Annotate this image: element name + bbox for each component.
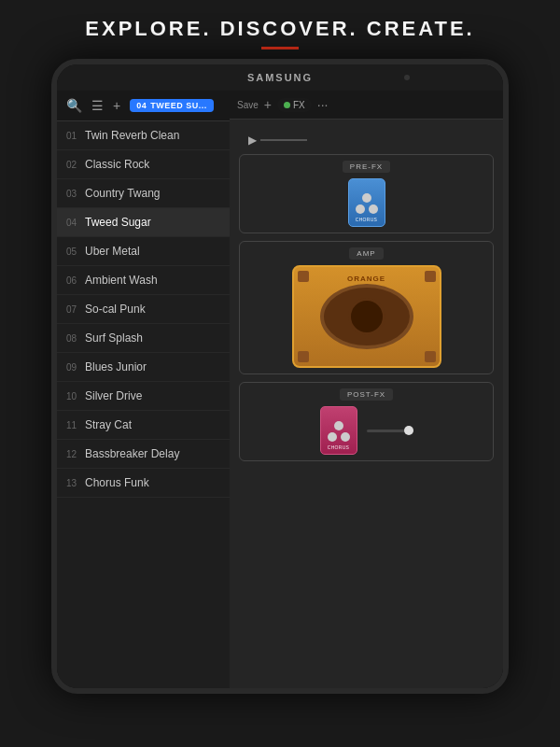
amp-label: AMP	[349, 247, 383, 260]
preset-name: Country Twang	[85, 187, 161, 200]
preset-item-08[interactable]: 08 Surf Splash	[57, 324, 230, 353]
preset-item-10[interactable]: 10 Silver Drive	[57, 382, 230, 411]
pedal-label: CHORUS	[356, 217, 377, 222]
slider-track	[367, 430, 413, 432]
preset-num: 13	[66, 478, 85, 488]
preset-item-06[interactable]: 06 Ambient Wash	[57, 266, 230, 295]
preset-name: Blues Junior	[85, 360, 147, 374]
preset-name: Bassbreaker Delay	[85, 447, 179, 460]
fx-dot	[284, 102, 290, 108]
amp-corner-br	[425, 351, 436, 362]
preset-num: 05	[66, 247, 85, 257]
preset-name: Classic Rock	[85, 158, 149, 171]
add-icon[interactable]: +	[113, 98, 120, 113]
active-preset-tab[interactable]: 04 TWEED SU...	[130, 99, 214, 112]
preset-list: 01 Twin Reverb Clean 02 Classic Rock 03 …	[57, 121, 230, 688]
post-pedal-knobs	[327, 431, 351, 443]
pre-fx-section: PRE-FX CHORUS	[239, 154, 494, 233]
pre-fx-pedal[interactable]: CHORUS	[348, 178, 385, 227]
post-area: CHORUS	[320, 406, 413, 455]
post-fx-pedal[interactable]: CHORUS	[320, 406, 357, 455]
camera-dot	[404, 75, 410, 80]
add-button[interactable]: +	[264, 97, 272, 112]
preset-item-03[interactable]: 03 Country Twang	[57, 179, 230, 208]
preset-name: Chorus Funk	[85, 476, 149, 489]
search-icon[interactable]: 🔍	[66, 98, 82, 113]
amp-section: AMP ORANGE	[239, 241, 494, 374]
input-arrow: ▶	[248, 134, 257, 147]
tablet-top-bar: SAMSUNG	[57, 64, 503, 91]
preset-item-12[interactable]: 12 Bassbreaker Delay	[57, 440, 230, 469]
main-toolbar: Save + FX ···	[230, 91, 503, 120]
slider-thumb	[404, 426, 413, 435]
main-panel: Save + FX ··· ▶ PRE-FX	[230, 91, 503, 688]
amp-brand: ORANGE	[294, 275, 440, 283]
preset-num: 09	[66, 362, 85, 373]
preset-item-11[interactable]: 11 Stray Cat	[57, 411, 230, 440]
preset-num: 04	[66, 218, 85, 228]
tablet-wrapper: SAMSUNG 🔍 ☰ + 04 TWEED SU... 01 Twin Rev…	[51, 59, 509, 694]
pedal-knobs-row	[355, 204, 379, 215]
pedal-knob-2	[369, 204, 378, 214]
pre-fx-label: PRE-FX	[343, 161, 390, 173]
amp-speaker	[320, 284, 413, 349]
amp-corner-tl	[298, 271, 309, 282]
preset-num: 08	[66, 333, 85, 344]
save-button[interactable]: Save	[237, 100, 259, 110]
preset-num: 10	[66, 391, 85, 402]
post-knob-1	[328, 432, 337, 442]
preset-name: Uber Metal	[85, 245, 140, 258]
post-fx-section: POST-FX CHORUS	[239, 382, 494, 461]
more-button[interactable]: ···	[317, 97, 329, 112]
sidebar: 🔍 ☰ + 04 TWEED SU... 01 Twin Reverb Clea…	[57, 91, 230, 688]
amp-corner-bl	[298, 351, 309, 362]
amp-box[interactable]: ORANGE	[292, 265, 441, 368]
preset-item-02[interactable]: 02 Classic Rock	[57, 150, 230, 179]
preset-item-07[interactable]: 07 So-cal Punk	[57, 295, 230, 324]
preset-num: 01	[66, 131, 85, 141]
post-pedal-top	[334, 421, 343, 430]
preset-num: 11	[66, 420, 85, 430]
preset-name: Ambient Wash	[85, 274, 158, 287]
preset-name: So-cal Punk	[85, 303, 146, 316]
pedal-top-knob	[362, 193, 371, 203]
hero-title: EXPLORE. DISCOVER. CREATE.	[85, 17, 474, 41]
preset-item-01[interactable]: 01 Twin Reverb Clean	[57, 121, 230, 150]
sidebar-toolbar: 🔍 ☰ + 04 TWEED SU...	[57, 91, 230, 121]
hero-underline	[261, 47, 299, 49]
amp-speaker-inner	[348, 298, 385, 335]
preset-name: Twin Reverb Clean	[85, 129, 179, 142]
fx-label: FX	[293, 100, 305, 110]
pedal-knob-1	[356, 204, 365, 214]
post-slider[interactable]	[367, 430, 413, 432]
preset-name: Surf Splash	[85, 331, 143, 345]
samsung-label: SAMSUNG	[247, 72, 313, 83]
filter-icon[interactable]: ☰	[91, 98, 104, 113]
preset-num: 03	[66, 189, 85, 199]
preset-name: Silver Drive	[85, 389, 142, 402]
chain-area: ▶ PRE-FX CHORUS	[230, 120, 503, 688]
fx-button[interactable]: FX	[277, 98, 312, 112]
post-pedal-label: CHORUS	[328, 444, 349, 450]
preset-num: 02	[66, 160, 85, 170]
preset-name: Stray Cat	[85, 418, 132, 431]
preset-item-13[interactable]: 13 Chorus Funk	[57, 469, 230, 498]
post-knob-2	[341, 432, 350, 442]
preset-item-04[interactable]: 04 Tweed Sugar	[57, 208, 230, 237]
post-fx-label: POST-FX	[340, 388, 393, 401]
preset-num: 12	[66, 449, 85, 459]
preset-item-05[interactable]: 05 Uber Metal	[57, 237, 230, 266]
amp-corner-tr	[425, 271, 436, 282]
preset-num: 06	[66, 275, 85, 286]
preset-num: 07	[66, 304, 85, 315]
preset-name: Tweed Sugar	[85, 216, 151, 229]
preset-item-09[interactable]: 09 Blues Junior	[57, 353, 230, 382]
